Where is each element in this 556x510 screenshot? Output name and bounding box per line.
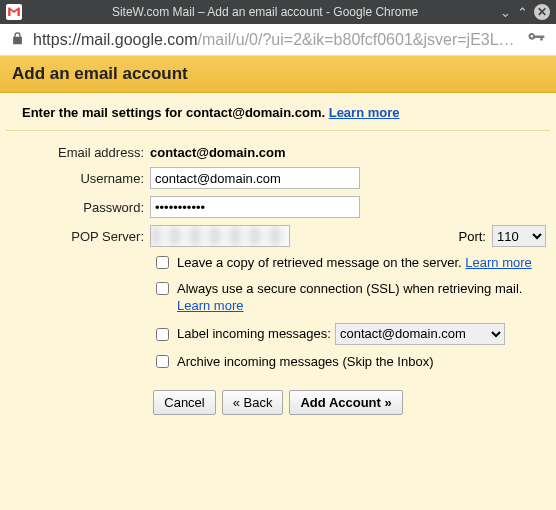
port-label: Port: xyxy=(459,229,486,244)
label-incoming-label: Label incoming messages: xyxy=(177,325,331,343)
label-incoming-checkbox[interactable] xyxy=(156,328,169,341)
url-text[interactable]: https://mail.google.com/mail/u/0/?ui=2&i… xyxy=(33,31,518,49)
email-label: Email address: xyxy=(10,145,150,160)
close-icon[interactable]: ✕ xyxy=(534,4,550,20)
ssl-learn-more-link[interactable]: Learn more xyxy=(177,298,243,313)
lock-icon xyxy=(10,31,25,49)
email-value: contact@domain.com xyxy=(150,145,285,160)
dialog-content: Add an email account Enter the mail sett… xyxy=(0,56,556,510)
page-title: Add an email account xyxy=(0,56,556,93)
pop-server-input[interactable] xyxy=(150,225,290,247)
window-titlebar: SiteW.com Mail – Add an email account - … xyxy=(0,0,556,24)
label-incoming-select[interactable]: contact@domain.com xyxy=(335,323,505,345)
key-icon[interactable] xyxy=(526,28,546,51)
leave-copy-label: Leave a copy of retrieved message on the… xyxy=(177,255,462,270)
password-label: Password: xyxy=(10,200,150,215)
window-title: SiteW.com Mail – Add an email account - … xyxy=(30,5,500,19)
username-label: Username: xyxy=(10,171,150,186)
archive-checkbox[interactable] xyxy=(156,355,169,368)
gmail-favicon xyxy=(6,4,22,20)
back-button[interactable]: « Back xyxy=(222,390,284,415)
address-bar: https://mail.google.com/mail/u/0/?ui=2&i… xyxy=(0,24,556,56)
cancel-button[interactable]: Cancel xyxy=(153,390,215,415)
pop-label: POP Server: xyxy=(10,229,150,244)
username-input[interactable] xyxy=(150,167,360,189)
leave-copy-learn-more-link[interactable]: Learn more xyxy=(465,255,531,270)
leave-copy-checkbox[interactable] xyxy=(156,256,169,269)
add-account-button[interactable]: Add Account » xyxy=(289,390,402,415)
password-input[interactable] xyxy=(150,196,360,218)
ssl-label: Always use a secure connection (SSL) whe… xyxy=(177,281,522,296)
port-select[interactable]: 110 xyxy=(492,225,546,247)
maximize-icon[interactable]: ⌃ xyxy=(517,5,528,20)
learn-more-link[interactable]: Learn more xyxy=(329,105,400,120)
minimize-icon[interactable]: ⌄ xyxy=(500,5,511,20)
ssl-checkbox[interactable] xyxy=(156,282,169,295)
archive-label: Archive incoming messages (Skip the Inbo… xyxy=(177,353,546,371)
instruction-text: Enter the mail settings for contact@doma… xyxy=(6,93,550,131)
